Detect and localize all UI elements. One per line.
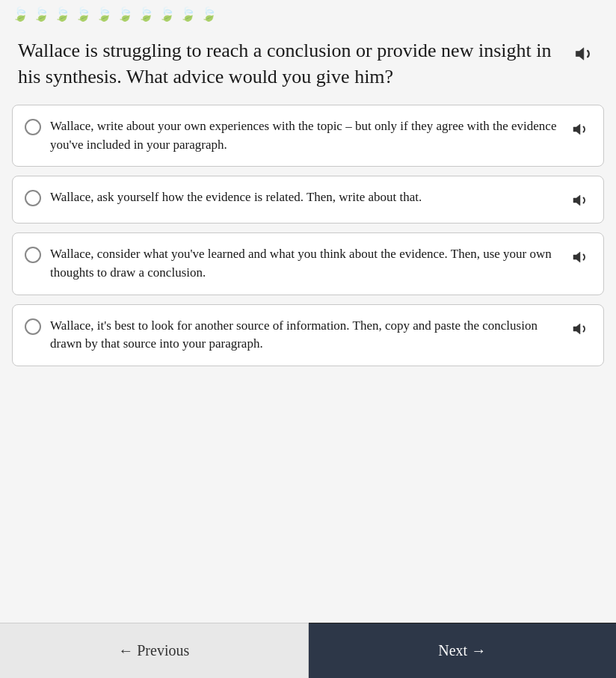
leaf-decoration: 🍃: [138, 6, 154, 22]
speaker-icon: [572, 120, 590, 138]
option-a-radio[interactable]: [25, 119, 41, 135]
leaf-decoration: 🍃: [96, 6, 112, 22]
option-c-content: Wallace, consider what you've learned an…: [50, 245, 591, 282]
option-d-content: Wallace, it's best to look for another s…: [50, 317, 591, 354]
speaker-icon: [572, 191, 590, 209]
option-c-card[interactable]: Wallace, consider what you've learned an…: [12, 232, 604, 295]
option-c-text: Wallace, consider what you've learned an…: [50, 245, 563, 282]
leaf-decoration: 🍃: [33, 6, 49, 22]
option-d-radio[interactable]: [25, 318, 41, 335]
footer-navigation: ← Previous Next →: [0, 623, 616, 678]
option-c-audio-button[interactable]: [570, 247, 591, 268]
speaker-icon: [572, 320, 590, 338]
question-text: Wallace is struggling to reach a conclus…: [18, 37, 562, 90]
option-a-text: Wallace, write about your own experience…: [50, 117, 563, 154]
option-a-content: Wallace, write about your own experience…: [50, 117, 591, 154]
option-d-card[interactable]: Wallace, it's best to look for another s…: [12, 304, 604, 366]
leaf-decoration: 🍃: [75, 6, 91, 22]
leaf-decoration: 🍃: [117, 6, 133, 22]
leaf-decoration: 🍃: [200, 6, 217, 22]
leaf-decoration: 🍃: [158, 6, 175, 22]
option-d-text: Wallace, it's best to look for another s…: [50, 317, 563, 354]
leaf-decoration: 🍃: [54, 6, 70, 22]
option-b-audio-button[interactable]: [570, 190, 591, 211]
leaf-decoration: 🍃: [179, 6, 196, 22]
speaker-icon: [572, 248, 590, 266]
options-container: Wallace, write about your own experience…: [0, 105, 616, 375]
leaf-decoration: 🍃: [12, 6, 28, 22]
option-c-radio[interactable]: [25, 247, 41, 263]
option-b-content: Wallace, ask yourself how the evidence i…: [50, 188, 591, 211]
option-a-audio-button[interactable]: [570, 119, 591, 140]
question-section: Wallace is struggling to reach a conclus…: [0, 25, 616, 105]
option-b-radio[interactable]: [25, 190, 41, 206]
next-button[interactable]: Next →: [309, 623, 617, 678]
previous-button[interactable]: ← Previous: [0, 623, 309, 678]
decorative-header: 🍃 🍃 🍃 🍃 🍃 🍃 🍃 🍃 🍃 🍃: [0, 0, 616, 25]
option-a-card[interactable]: Wallace, write about your own experience…: [12, 105, 604, 167]
option-d-audio-button[interactable]: [570, 318, 591, 339]
option-b-card[interactable]: Wallace, ask yourself how the evidence i…: [12, 176, 604, 224]
question-audio-button[interactable]: [571, 40, 598, 67]
option-b-text: Wallace, ask yourself how the evidence i…: [50, 188, 563, 207]
speaker-icon: [574, 43, 595, 64]
